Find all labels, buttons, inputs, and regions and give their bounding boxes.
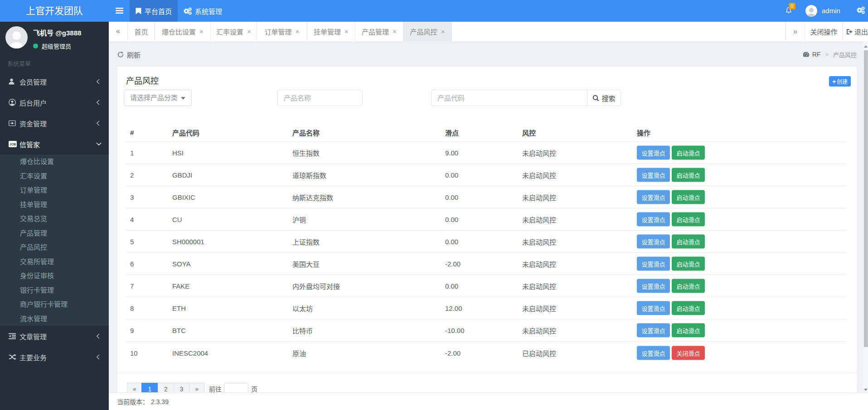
user-avatar[interactable]: [805, 5, 817, 17]
tab-exchange-rate[interactable]: 汇率设置×: [211, 22, 257, 41]
tab-close-icon[interactable]: ×: [441, 28, 445, 35]
version-label: 当前版本：: [117, 398, 149, 405]
start-slippage-button[interactable]: 启动滑点: [672, 190, 705, 204]
set-slippage-button[interactable]: 设置滑点: [637, 235, 670, 249]
start-slippage-button[interactable]: 启动滑点: [672, 235, 705, 249]
table-bottom-border: [117, 373, 857, 373]
sidebar-subitem-products[interactable]: 产品管理: [0, 226, 109, 241]
shuffle-icon: [9, 354, 16, 361]
tab-close-icon[interactable]: ×: [393, 28, 397, 35]
tab-close-icon[interactable]: ×: [199, 28, 204, 35]
vertical-scrollbar[interactable]: [863, 41, 868, 392]
cell-index: 5: [130, 238, 134, 246]
refresh-label: 刷新: [127, 50, 141, 59]
close-operations-button[interactable]: 关闭操作: [805, 22, 843, 41]
start-slippage-button[interactable]: 启动滑点: [672, 212, 705, 227]
cell-product-name: 恒生指数: [292, 148, 320, 158]
set-slippage-button[interactable]: 设置滑点: [637, 279, 670, 293]
list-dedent-icon: [9, 333, 16, 339]
sidebar-subitem-id-review[interactable]: 身份证审核: [0, 269, 109, 283]
sidebar-item-xinguanjia[interactable]: JCB 信管家: [0, 134, 109, 154]
category-select[interactable]: 请选择产品分类: [124, 90, 192, 106]
money-icon: [9, 121, 16, 126]
chevron-left-icon: [96, 79, 100, 84]
dashboard-gauge-icon: [803, 52, 810, 57]
sidebar-subitem-merchant-bank-cards[interactable]: 商户银行卡管理: [0, 297, 109, 312]
tab-burst-ratio[interactable]: 爆仓比设置×: [155, 22, 211, 41]
start-slippage-button[interactable]: 启动滑点: [672, 323, 705, 338]
set-slippage-button[interactable]: 设置滑点: [637, 323, 670, 338]
refresh-button[interactable]: 刷新: [117, 48, 141, 61]
chevron-down-icon: [96, 142, 102, 146]
cell-product-name: 沪铜: [292, 215, 306, 224]
tab-home[interactable]: 首页: [128, 22, 155, 41]
set-slippage-button[interactable]: 设置滑点: [637, 257, 670, 271]
sidebar-item-main-business[interactable]: 主要业务: [0, 347, 109, 367]
product-name-input[interactable]: [277, 90, 363, 106]
cell-slippage: -2.00: [445, 349, 461, 357]
start-slippage-button[interactable]: 启动滑点: [672, 168, 705, 182]
sidebar-subitem-flow[interactable]: 流水管理: [0, 312, 109, 326]
brand-title: 上官开发团队: [0, 0, 109, 22]
table-row: 4 CU 沪铜 0.00 未启动风控 设置滑点启动滑点: [126, 208, 847, 231]
create-button[interactable]: +创建: [829, 76, 851, 87]
sidebar-toggle-button[interactable]: [109, 0, 130, 22]
tab-product-risk[interactable]: 产品风控×: [403, 22, 452, 41]
sidebar-subitem-burst-ratio[interactable]: 爆仓比设置: [0, 154, 109, 169]
sidebar-subitem-label: 订单管理: [20, 186, 47, 194]
tabs-scroll-right-button[interactable]: »: [786, 22, 805, 41]
set-slippage-button[interactable]: 设置滑点: [637, 346, 670, 360]
set-slippage-button[interactable]: 设置滑点: [637, 301, 670, 315]
close-slippage-button[interactable]: 关闭滑点: [672, 346, 705, 360]
nav-system-management[interactable]: 系统管理: [178, 0, 228, 22]
search-icon: [592, 95, 599, 101]
start-slippage-button[interactable]: 启动滑点: [672, 301, 705, 315]
tab-close-icon[interactable]: ×: [296, 28, 300, 35]
tab-products[interactable]: 产品管理×: [355, 22, 403, 41]
sidebar-subitem-bank-cards[interactable]: 银行卡管理: [0, 283, 109, 298]
sidebar-subitem-orders[interactable]: 订单管理: [0, 183, 109, 198]
sidebar-subitem-trade-overview[interactable]: 交易总览: [0, 212, 109, 226]
sign-out-icon: [846, 29, 853, 35]
tab-label: 挂单管理: [314, 27, 341, 36]
set-slippage-button[interactable]: 设置滑点: [637, 168, 670, 182]
scroll-down-arrow-icon[interactable]: [863, 384, 868, 392]
set-slippage-button[interactable]: 设置滑点: [637, 190, 670, 204]
breadcrumb-root[interactable]: RF: [812, 51, 821, 58]
sidebar-item-articles[interactable]: 文章管理: [0, 326, 109, 347]
settings-button[interactable]: [855, 0, 867, 22]
username-menu[interactable]: admin: [822, 0, 840, 22]
sidebar-item-funds[interactable]: 资金管理: [0, 113, 109, 134]
cell-risk-status: 未启动风控: [522, 281, 556, 291]
header-risk: 风控: [522, 127, 536, 137]
product-code-input[interactable]: [431, 90, 587, 106]
version-value: 2.3.39: [151, 398, 169, 405]
scrollbar-thumb[interactable]: [864, 50, 868, 347]
sidebar-subitem-exchanges[interactable]: 交易所管理: [0, 255, 109, 269]
logout-button[interactable]: 退出: [843, 22, 868, 41]
set-slippage-button[interactable]: 设置滑点: [637, 212, 670, 227]
sidebar-subitem-exchange-rate[interactable]: 汇率设置: [0, 169, 109, 183]
tab-pending-orders[interactable]: 挂单管理×: [307, 22, 355, 41]
search-button[interactable]: 搜索: [587, 90, 621, 106]
sidebar-subitem-product-risk[interactable]: 产品风控: [0, 240, 109, 255]
cell-actions: 设置滑点启动滑点: [637, 168, 707, 182]
cell-slippage: 0.00: [445, 171, 458, 179]
sidebar-subitem-label: 流水管理: [20, 315, 47, 323]
cell-product-code: HSI: [172, 149, 184, 157]
sidebar-item-members[interactable]: 会员管理: [0, 71, 109, 92]
tab-close-icon[interactable]: ×: [247, 28, 251, 35]
start-slippage-button[interactable]: 启动滑点: [672, 279, 705, 293]
sidebar-subitem-label: 挂单管理: [20, 201, 47, 208]
tab-close-icon[interactable]: ×: [344, 28, 349, 35]
scroll-up-arrow-icon[interactable]: [863, 41, 868, 49]
cell-slippage: 0.00: [445, 238, 458, 246]
set-slippage-button[interactable]: 设置滑点: [637, 146, 670, 160]
sidebar-subitem-pending-orders[interactable]: 挂单管理: [0, 198, 109, 212]
nav-platform-home[interactable]: 平台首页: [130, 0, 178, 22]
start-slippage-button[interactable]: 启动滑点: [672, 257, 705, 271]
tabs-scroll-left-button[interactable]: «: [109, 22, 128, 41]
sidebar-item-backend-users[interactable]: 后台用户: [0, 92, 109, 113]
start-slippage-button[interactable]: 启动滑点: [672, 146, 705, 160]
tab-orders[interactable]: 订单管理×: [257, 22, 307, 41]
